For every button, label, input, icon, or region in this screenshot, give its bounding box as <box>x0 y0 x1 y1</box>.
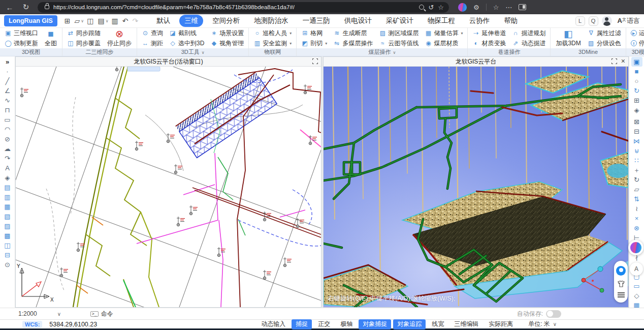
point-tool-icon[interactable]: ∙ <box>2 67 13 76</box>
print-icon[interactable]: ▥ <box>112 17 118 25</box>
btn-safety-monitor[interactable]: ▥安全监测▾ <box>250 39 295 48</box>
spring-icon[interactable]: ≀ <box>631 204 642 214</box>
scene-3d-canvas[interactable] <box>324 67 628 307</box>
properties-icon[interactable]: ⊟ <box>631 127 642 136</box>
map-2d-viewport[interactable]: Y X <box>16 67 321 307</box>
scene-3d-viewport[interactable]: 右键旋转(Q/E);中键平移(A/D);滚轮缩放(W/S); <box>324 67 628 307</box>
close-icon[interactable]: × <box>621 58 625 64</box>
zoom-search-icon[interactable] <box>419 5 424 10</box>
btn-sync-overlay[interactable]: ◫同步覆盖 <box>64 39 104 48</box>
user-avatar[interactable] <box>602 16 612 26</box>
document-icon[interactable]: ▤ <box>98 17 104 25</box>
badge-q-button[interactable]: Q <box>589 16 598 26</box>
menu-item-power-design[interactable]: 供电设计 <box>339 15 377 27</box>
new-file-icon[interactable]: ⊞ <box>65 17 71 25</box>
break-point-icon[interactable]: ⊗ <box>631 223 642 233</box>
btn-contour-cloud[interactable]: ≈云图等值线 <box>376 39 422 48</box>
map-2d-canvas[interactable]: Y X <box>16 67 321 307</box>
btn-measure[interactable]: ↔测距 <box>139 39 166 48</box>
btn-seam-material[interactable]: ◉煤层材质 <box>422 39 466 48</box>
sidebar-icon[interactable] <box>519 4 526 10</box>
toggle-3d-edit[interactable]: 三维编辑 <box>450 319 482 329</box>
btn-inspection-staff[interactable]: ○巡检人员▾ <box>250 28 295 38</box>
menu-item-help[interactable]: 帮助 <box>499 15 523 27</box>
extensions-icon[interactable]: ⚙ <box>473 4 479 11</box>
circle-tool-icon[interactable]: ⊘ <box>2 134 13 144</box>
align-top-icon[interactable]: ▨ <box>2 221 13 231</box>
address-bar[interactable]: https://cloud.longruan.com/?cmd=cloudfil… <box>38 2 449 13</box>
rotate-icon[interactable]: ↻ <box>631 175 642 185</box>
btn-stop-sync[interactable]: ⊗ 停止同步 <box>104 29 135 48</box>
menu-item-ventilation[interactable]: 一通三防 <box>298 15 335 27</box>
toggle-object-track[interactable]: 对象追踪 <box>393 319 426 329</box>
btn-full-extent[interactable]: ■ 全图 <box>41 29 60 48</box>
more-menu-icon[interactable]: ⋯ <box>505 4 512 11</box>
btn-scene-settings[interactable]: ∗场景设置 <box>207 28 247 38</box>
circle-select-icon[interactable]: ○ <box>631 76 642 86</box>
maximize-icon[interactable] <box>312 58 318 64</box>
spline-tool-icon[interactable]: ∿ <box>2 96 13 105</box>
break-line-icon[interactable]: × <box>631 214 642 223</box>
btn-sync-follow[interactable]: ⇄同步跟随 <box>64 28 104 38</box>
theme-shirt-icon[interactable] <box>617 281 626 287</box>
unit-select[interactable]: 单位: 米 ∨ <box>528 320 557 328</box>
align-right-icon[interactable]: ▥ <box>2 192 13 202</box>
btn-extend-roadway[interactable]: ⇢延伸巷道 <box>469 28 509 38</box>
btn-multi-seam[interactable]: ⇋多煤层操作 <box>330 39 376 48</box>
btn-section-line[interactable]: ◪截剖线 <box>166 28 207 38</box>
menu-icon[interactable] <box>618 292 625 297</box>
btn-heading-plan[interactable]: ∩掘进规划 <box>509 28 549 38</box>
toggle-dynamic-input[interactable]: 动态输入 <box>257 319 289 329</box>
btn-query[interactable]: ⊙查询 <box>139 28 166 38</box>
btn-material-swap[interactable]: ◐材质变换 <box>469 39 509 48</box>
menu-item-default[interactable]: 默认 <box>151 15 175 27</box>
collections-icon[interactable]: ☆ <box>493 4 499 11</box>
toggle-actual-distance[interactable]: 实际距离 <box>485 319 517 329</box>
curve-tool-icon[interactable]: ↷ <box>2 154 13 163</box>
btn-measure-region-seam[interactable]: ▨测区域煤层 <box>376 28 422 38</box>
btn-run[interactable]: ▶运行 <box>628 28 644 38</box>
nav-logo-button[interactable] <box>616 266 626 276</box>
assistant-secondary-button[interactable]: A <box>630 262 643 276</box>
mirror-icon[interactable]: ⋈ <box>631 136 642 146</box>
save-file-icon[interactable]: ◫ <box>87 17 93 25</box>
hatch-tool-icon[interactable]: ◈ <box>2 173 13 183</box>
btn-stop[interactable]: Ⅱ停止 <box>628 39 644 48</box>
url-text[interactable]: https://cloud.longruan.com/?cmd=cloudfil… <box>53 4 295 10</box>
line-tool-icon[interactable]: ╱ <box>2 76 13 86</box>
menu-item-geology-water[interactable]: 地测防治水 <box>249 15 294 27</box>
delete-icon[interactable]: ⊠ <box>631 117 642 127</box>
menu-item-3d[interactable]: 三维 <box>179 15 203 27</box>
viewport-3d-icon[interactable]: ▣ <box>631 57 642 67</box>
autosave-toggle[interactable] <box>546 310 561 318</box>
distribute-v-icon[interactable]: ⊟ <box>2 250 13 260</box>
box-draw-icon[interactable]: ◇ <box>631 291 642 301</box>
panel-3d-titlebar[interactable]: 龙软GIS云平台 × <box>324 57 628 67</box>
copy-icon[interactable]: ▱ <box>631 185 642 194</box>
panel-2d-titlebar[interactable]: 龙软GIS云平台(活动窗口) <box>16 57 321 67</box>
menu-item-geophysics[interactable]: 物探工程 <box>423 15 460 27</box>
maximize-icon[interactable] <box>611 58 617 64</box>
offset-icon[interactable]: ⇅ <box>631 194 642 204</box>
btn-load-3dm[interactable]: ◧ 加载3DM <box>552 29 584 48</box>
brand-button[interactable]: LongRuan GIS <box>4 15 57 26</box>
btn-reserve-estimate[interactable]: ▦储量估算▾ <box>422 28 466 38</box>
toggle-polar[interactable]: 极轴 <box>336 319 357 329</box>
rectangle-tool-icon[interactable]: ▭ <box>2 115 13 125</box>
align-middle-icon[interactable]: ◫ <box>2 241 13 250</box>
menu-item-spatial-analysis[interactable]: 空间分析 <box>207 15 245 27</box>
btn-dynamic-heading[interactable]: ⇗动态掘进 <box>509 39 549 48</box>
toggle-object-snap[interactable]: 对象捕捉 <box>359 319 391 329</box>
reload-icon[interactable]: ↻ <box>21 3 30 12</box>
open-file-icon[interactable]: ▱ <box>75 17 80 25</box>
tracking-icon[interactable]: ↺ <box>428 4 434 11</box>
move-icon[interactable]: ＋ <box>631 165 642 175</box>
language-switcher[interactable]: A 文 语言 <box>618 16 640 25</box>
redo-icon[interactable]: ↷ <box>132 17 138 25</box>
command-button[interactable]: >_ 命令 <box>90 310 113 318</box>
document-caret-icon[interactable]: ∨ <box>106 19 109 23</box>
arc-tool-icon[interactable]: ◠ <box>2 125 13 134</box>
btn-generate-fault[interactable]: ≋生成断层 <box>330 28 376 38</box>
expand-panel-icon[interactable]: » <box>2 57 13 67</box>
toggle-snap[interactable]: 捕捉 <box>292 319 312 329</box>
